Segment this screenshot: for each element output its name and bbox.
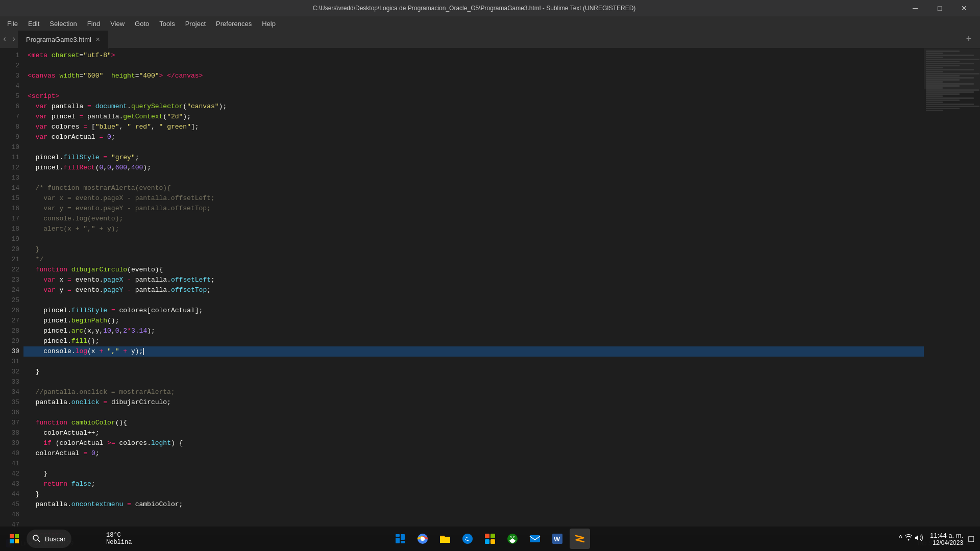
line-num-44: 44	[0, 489, 19, 499]
code-line-19	[23, 234, 924, 244]
menu-help[interactable]: Help	[257, 16, 281, 31]
code-line-8: var colores = ["blue", " red", " green"]…	[23, 122, 924, 132]
code-line-21: */	[23, 255, 924, 265]
taskbar-app-sublime[interactable]	[570, 529, 590, 549]
notification-button[interactable]: □	[966, 534, 976, 544]
weather-temp: 18°C	[106, 532, 121, 539]
code-line-12: pincel.fillRect(0,0,600,400);	[23, 163, 924, 173]
menu-view[interactable]: View	[105, 16, 130, 31]
svg-rect-18	[530, 535, 540, 542]
close-button[interactable]: ✕	[952, 0, 976, 16]
line-num-33: 33	[0, 377, 19, 387]
new-tab-button[interactable]: +	[962, 32, 976, 46]
line-num-31: 31	[0, 357, 19, 367]
code-line-9: var colorActual = 0;	[23, 132, 924, 142]
code-line-45	[23, 510, 924, 520]
tray-chevron[interactable]: ^	[899, 534, 903, 543]
svg-rect-1	[15, 534, 19, 538]
line-num-17: 17	[0, 214, 19, 224]
line-num-30: 30	[0, 346, 19, 357]
code-line-44: pantalla.oncontextmenu = cambioColor;	[23, 499, 924, 510]
menu-project[interactable]: Project	[180, 16, 211, 31]
menu-selection[interactable]: Selection	[44, 16, 82, 31]
line-num-9: 9	[0, 132, 19, 142]
svg-text:W: W	[554, 535, 560, 543]
line-num-38: 38	[0, 428, 19, 438]
code-line-13	[23, 173, 924, 183]
tab-nav-next[interactable]: ›	[9, 31, 18, 48]
code-line-34: pantalla.onclick = dibujarCirculo;	[23, 397, 924, 408]
code-editor[interactable]: <meta charset="utf-8"> <canvas width="60…	[23, 48, 924, 535]
search-taskbar-button[interactable]: Buscar	[27, 530, 71, 548]
taskbar-app-chrome[interactable]	[412, 529, 433, 549]
line-num-46: 46	[0, 510, 19, 520]
weather-widget[interactable]: 18°C Neblina	[102, 532, 136, 546]
minimize-button[interactable]: ─	[903, 0, 927, 16]
menu-edit[interactable]: Edit	[23, 16, 44, 31]
line-num-20: 20	[0, 244, 19, 255]
code-line-38: if (colorActual >= colores.leght) {	[23, 438, 924, 448]
line-num-27: 27	[0, 316, 19, 326]
svg-rect-6	[396, 534, 400, 537]
window-controls[interactable]: ─ □ ✕	[903, 0, 976, 16]
taskbar-app-folder[interactable]	[435, 529, 455, 549]
tab-programagame3[interactable]: ProgramaGame3.html ✕	[18, 31, 109, 48]
code-line-24: var y = evento.pageY - pantalla.offsetTo…	[23, 285, 924, 295]
taskbar-app-store[interactable]	[480, 529, 500, 549]
line-num-15: 15	[0, 193, 19, 204]
clock-date: 12/04/2023	[930, 539, 963, 546]
minimap-viewport[interactable]	[924, 48, 980, 89]
line-num-42: 42	[0, 469, 19, 479]
maximize-button[interactable]: □	[928, 0, 951, 16]
svg-point-21	[908, 539, 910, 541]
taskbar-right: ^ 11:44 a. m. 12/04/2023 □	[895, 532, 976, 546]
code-line-26: pincel.fillStyle = colores[colorActual];	[23, 306, 924, 316]
code-line-4	[23, 81, 924, 91]
system-clock[interactable]: 11:44 a. m. 12/04/2023	[930, 532, 963, 546]
code-line-3: <canvas width="600" height="400"> </canv…	[23, 71, 924, 81]
menu-tools[interactable]: Tools	[154, 16, 180, 31]
code-line-14: /* function mostrarAlerta(evento){	[23, 183, 924, 193]
clock-time: 11:44 a. m.	[930, 532, 963, 539]
menu-goto[interactable]: Goto	[130, 16, 154, 31]
menu-find[interactable]: Find	[82, 16, 105, 31]
code-line-33b: //pantalla.onclick = mostrarAlerta;	[23, 387, 924, 397]
code-line-28: pincel.arc(x,y,10,0,2*3.14);	[23, 326, 924, 336]
code-line-20: }	[23, 244, 924, 255]
start-button[interactable]	[4, 529, 24, 549]
code-line-16: var y = evento.pageY - pantalla.offsetTo…	[23, 204, 924, 214]
tab-close-button[interactable]: ✕	[95, 36, 100, 43]
system-tray: ^	[895, 534, 927, 544]
svg-point-4	[33, 535, 38, 540]
code-line-40	[23, 459, 924, 469]
code-line-36: function cambioColor(){	[23, 418, 924, 428]
line-num-45: 45	[0, 499, 19, 510]
taskbar-app-widgets[interactable]	[390, 529, 410, 549]
code-line-29: pincel.fill();	[23, 336, 924, 346]
line-num-13: 13	[0, 173, 19, 183]
code-line-15: var x = evento.pageX - pantalla.offsetLe…	[23, 193, 924, 204]
code-line-5: <script>	[23, 91, 924, 102]
line-num-18: 18	[0, 224, 19, 234]
line-num-10: 10	[0, 142, 19, 153]
line-num-28: 28	[0, 326, 19, 336]
tray-volume[interactable]	[915, 534, 923, 544]
taskbar-app-xbox[interactable]	[502, 529, 523, 549]
tab-nav-prev[interactable]: ‹	[0, 31, 9, 48]
tray-network[interactable]	[904, 534, 913, 544]
line-num-26: 26	[0, 306, 19, 316]
title-bar: C:\Users\vredd\Desktop\Logica de Program…	[0, 0, 980, 16]
tab-bar: ‹ › ProgramaGame3.html ✕ +	[0, 31, 980, 48]
line-num-40: 40	[0, 448, 19, 459]
taskbar-app-mail[interactable]	[525, 529, 545, 549]
line-num-4: 4	[0, 81, 19, 91]
menu-file[interactable]: File	[2, 16, 23, 31]
taskbar-app-edge[interactable]	[457, 529, 478, 549]
taskbar-app-word[interactable]: W	[547, 529, 568, 549]
line-num-32: 32	[0, 367, 19, 377]
menu-preferences[interactable]: Preferences	[211, 16, 257, 31]
code-line-22: function dibujarCirculo(evento){	[23, 265, 924, 275]
code-line-6: var pantalla = document.querySelector("c…	[23, 102, 924, 112]
line-num-35: 35	[0, 397, 19, 408]
code-line-39: colorActual = 0;	[23, 448, 924, 459]
